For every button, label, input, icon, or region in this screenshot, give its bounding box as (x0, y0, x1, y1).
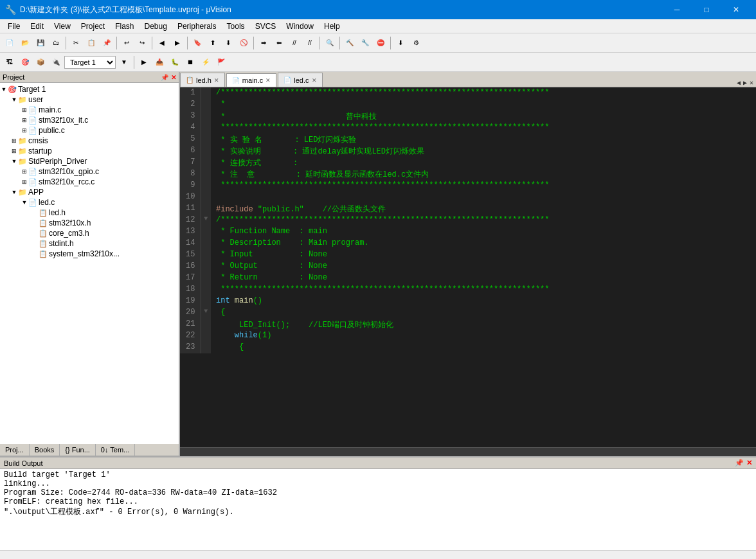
tree-item-stm32f10x_it[interactable]: ⊞📄stm32f10x_it.c (0, 115, 179, 125)
menu-item-flash[interactable]: Flash (110, 21, 139, 32)
tree-expand-icon[interactable]: ⊞ (10, 138, 18, 144)
menu-item-debug[interactable]: Debug (140, 21, 172, 32)
bookmark-button[interactable]: 🔖 (190, 36, 204, 50)
redo-button[interactable]: ↪ (135, 36, 149, 50)
build-close-icon[interactable]: ✕ (746, 459, 752, 467)
settings-button[interactable]: ⚙ (409, 36, 423, 50)
tab-scroll-right[interactable]: ▶ (743, 79, 747, 87)
tab-ledh[interactable]: 📋led.h✕ (180, 73, 225, 87)
menu-item-edit[interactable]: Edit (25, 21, 49, 32)
tab-close-icon[interactable]: ✕ (266, 77, 271, 84)
indent-button[interactable]: ➡ (256, 36, 271, 50)
bottom-tab-fun[interactable]: {} Fun... (60, 444, 96, 456)
new-file-button[interactable]: 📄 (3, 36, 17, 50)
tab-close-all[interactable]: ✕ (750, 79, 753, 87)
prev-bookmark-button[interactable]: ⬆ (206, 36, 220, 50)
line-code[interactable]: * Return : None (211, 272, 756, 284)
tree-item-led_c[interactable]: ▼📄led.c (0, 197, 179, 208)
menu-item-svcs[interactable]: SVCS (250, 21, 282, 32)
tree-item-public_c[interactable]: ⊞📄public.c (0, 125, 179, 136)
tree-expand-icon[interactable]: ⊞ (21, 117, 28, 123)
tree-expand-icon[interactable]: ⊞ (21, 127, 28, 134)
tab-close-icon[interactable]: ✕ (214, 77, 219, 84)
download-button[interactable]: ⬇ (393, 36, 408, 50)
line-code[interactable]: * Output : None (211, 261, 756, 272)
undo-button[interactable]: ↩ (120, 36, 134, 50)
build-pin-icon[interactable]: 📌 (735, 459, 744, 467)
debug-flash-btn[interactable]: ⚡ (199, 55, 213, 69)
tree-item-stm32f10x_h[interactable]: 📋stm32f10x.h (0, 218, 179, 228)
tree-item-led_h[interactable]: 📋led.h (0, 208, 179, 218)
bottom-tab-proj[interactable]: Proj... (0, 444, 30, 456)
line-code[interactable]: { (211, 342, 756, 353)
menu-item-view[interactable]: View (49, 21, 76, 32)
tree-item-target1[interactable]: ▼🎯Target 1 (0, 84, 179, 94)
tree-expand-icon[interactable]: ▼ (10, 158, 18, 164)
editor-hscroll[interactable] (180, 447, 756, 456)
rebuild-button[interactable]: 🔧 (358, 36, 372, 50)
tree-item-core_cm3_h[interactable]: 📋core_cm3.h (0, 228, 179, 238)
line-code[interactable]: { (211, 307, 756, 319)
build-content[interactable]: Build target 'Target 1'linking...Program… (0, 469, 756, 550)
line-code[interactable]: * 实验说明 : 通过delay延时实现LED灯闪烁效果 (211, 145, 756, 157)
line-code[interactable]: int main() (211, 296, 756, 307)
debug-flag-btn[interactable]: 🚩 (214, 55, 228, 69)
line-code[interactable]: * (211, 99, 756, 111)
line-code[interactable]: ****************************************… (211, 122, 756, 134)
menu-item-tools[interactable]: Tools (222, 21, 250, 32)
tree-expand-icon[interactable]: ▼ (10, 96, 18, 103)
maximize-button[interactable]: □ (692, 0, 721, 19)
menu-item-project[interactable]: Project (76, 21, 110, 32)
menu-item-window[interactable]: Window (281, 21, 319, 32)
line-code[interactable]: * 连接方式 : (211, 157, 756, 168)
tree-item-main_c[interactable]: ⊞📄main.c (0, 105, 179, 115)
build-button[interactable]: 🔨 (343, 36, 357, 50)
find-button[interactable]: 🔍 (323, 36, 337, 50)
nav-back-button[interactable]: ◀ (155, 36, 169, 50)
uncomment-button[interactable]: // (303, 36, 317, 50)
line-code[interactable]: /***************************************… (211, 215, 756, 226)
menu-item-help[interactable]: Help (319, 21, 345, 32)
tree-expand-icon[interactable]: ⊞ (21, 107, 28, 113)
line-code[interactable]: LED_Init(); //LED端口及时钟初始化 (211, 319, 756, 330)
unindent-button[interactable]: ⬅ (272, 36, 286, 50)
project-btn[interactable]: 🏗 (3, 55, 17, 69)
line-fold-icon[interactable]: ▼ (201, 307, 211, 319)
paste-button[interactable]: 📌 (100, 36, 114, 50)
tree-expand-icon[interactable]: ▼ (21, 199, 28, 206)
line-code[interactable]: ****************************************… (211, 180, 756, 191)
code-editor[interactable]: 1/**************************************… (180, 87, 756, 447)
line-code[interactable]: * 实 验 名 : LED灯闪烁实验 (211, 134, 756, 145)
tree-item-startup[interactable]: ⊞📁startup (0, 146, 179, 156)
save-all-button[interactable]: 🗂 (49, 36, 63, 50)
line-code[interactable]: * 注 意 : 延时函数及显示函数在led.c文件内 (211, 168, 756, 180)
line-code[interactable]: /***************************************… (211, 87, 756, 99)
tree-item-system_stm32f10x[interactable]: 📋system_stm32f10x... (0, 249, 179, 259)
tree-item-StdPeriph_Driver[interactable]: ▼📁StdPeriph_Driver (0, 156, 179, 166)
line-code[interactable]: * 普中科技 (211, 111, 756, 122)
tree-item-cmsis[interactable]: ⊞📁cmsis (0, 136, 179, 146)
target-dropdown-btn[interactable]: ▼ (117, 55, 131, 69)
target-btn[interactable]: 🎯 (18, 55, 32, 69)
menu-item-file[interactable]: File (3, 21, 25, 32)
minimize-button[interactable]: ─ (662, 0, 692, 19)
debug-start-btn[interactable]: 🐛 (168, 55, 182, 69)
line-code[interactable]: * Input : None (211, 249, 756, 261)
next-bookmark-button[interactable]: ⬇ (221, 36, 235, 50)
tree-expand-icon[interactable]: ⊞ (21, 168, 28, 175)
tree-expand-icon[interactable]: ⊞ (10, 148, 18, 154)
pin-icon[interactable]: 📌 (161, 74, 168, 81)
tree-expand-icon[interactable]: ▼ (0, 86, 8, 93)
tree-item-stdint_h[interactable]: 📋stdint.h (0, 238, 179, 249)
line-code[interactable]: * Description : Main program. (211, 238, 756, 249)
load-btn[interactable]: 📥 (152, 55, 166, 69)
bottom-tab-books[interactable]: Books (30, 444, 60, 456)
tab-close-icon[interactable]: ✕ (312, 77, 317, 84)
build-hscroll[interactable] (0, 550, 756, 559)
tree-item-APP[interactable]: ▼📁APP (0, 187, 179, 197)
tab-ledc[interactable]: 📄led.c✕ (278, 73, 322, 87)
line-fold-icon[interactable]: ▼ (201, 215, 211, 226)
menu-item-peripherals[interactable]: Peripherals (172, 21, 222, 32)
tree-item-stm32f10x_rcc[interactable]: ⊞📄stm32f10x_rcc.c (0, 177, 179, 187)
line-code[interactable] (211, 191, 756, 203)
